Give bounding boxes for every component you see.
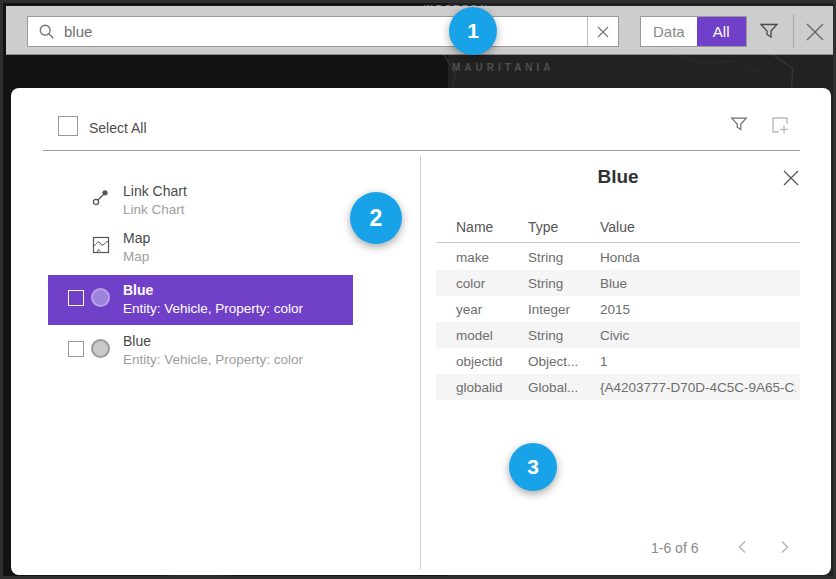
table-row: yearInteger2015	[436, 296, 800, 322]
table-cell: globalid	[456, 380, 528, 395]
table-cell: String	[528, 276, 600, 291]
link-chart-icon	[91, 187, 111, 207]
app-window: WESTERN MAURITANIA Data All	[0, 0, 836, 579]
toggle-option-all[interactable]: All	[697, 17, 746, 46]
toggle-option-data[interactable]: Data	[641, 17, 697, 46]
search-clear-button[interactable]	[587, 17, 618, 46]
table-header-divider	[436, 242, 800, 243]
callout-3: 3	[509, 443, 557, 491]
table-row: objectidObject...1	[436, 348, 800, 374]
add-to-selection-icon[interactable]	[768, 113, 792, 137]
entity-circle-icon	[91, 288, 110, 307]
map-icon	[91, 235, 111, 255]
table-cell: Global...	[528, 380, 600, 395]
table-cell: year	[456, 302, 528, 317]
panel-header-divider	[43, 150, 800, 151]
map-label-mauritania: MAURITANIA	[452, 62, 555, 73]
list-item-blue[interactable]: Blue Entity: Vehicle, Property: color	[48, 328, 353, 374]
entity-circle-icon	[91, 339, 110, 358]
list-item-blue-selected[interactable]: Blue Entity: Vehicle, Property: color	[48, 275, 353, 325]
search-toolbar: Data All	[6, 6, 836, 55]
table-row: globalidGlobal...{A4203777-D70D-4C5C-9A6…	[436, 374, 800, 400]
list-item-title: Link Chart	[123, 183, 187, 200]
table-cell: color	[456, 276, 528, 291]
results-filter-icon[interactable]	[729, 114, 749, 134]
search-input[interactable]	[56, 17, 587, 46]
close-search-icon[interactable]	[803, 20, 827, 44]
table-cell: model	[456, 328, 528, 343]
column-header-type: Type	[528, 219, 558, 235]
select-all-label: Select All	[89, 120, 147, 136]
search-icon	[38, 23, 56, 41]
list-item-title: Blue	[123, 333, 151, 350]
column-header-name: Name	[456, 219, 493, 235]
table-cell: Object...	[528, 354, 600, 369]
list-item-link-chart[interactable]: Link Chart Link Chart	[48, 180, 353, 224]
table-row: colorStringBlue	[436, 270, 800, 296]
clear-x-icon	[597, 26, 609, 38]
table-cell: 2015	[600, 302, 796, 317]
pagination-prev-icon[interactable]	[734, 538, 752, 556]
list-item-subtitle: Map	[123, 248, 149, 265]
list-item-title: Map	[123, 230, 150, 247]
column-header-value: Value	[600, 219, 635, 235]
table-row: makeStringHonda	[436, 244, 800, 270]
toolbar-divider	[793, 14, 794, 48]
select-all-checkbox[interactable]	[58, 116, 78, 136]
table-cell: make	[456, 250, 528, 265]
search-box	[27, 16, 619, 47]
pagination-next-icon[interactable]	[775, 538, 793, 556]
pagination-label: 1-6 of 6	[651, 540, 698, 556]
table-row: modelStringCivic	[436, 322, 800, 348]
table-cell: objectid	[456, 354, 528, 369]
table-cell: String	[528, 250, 600, 265]
panel-vertical-divider	[420, 156, 421, 569]
table-cell: 1	[600, 354, 796, 369]
detail-title: Blue	[436, 166, 800, 188]
list-item-subtitle: Link Chart	[123, 201, 185, 218]
callout-1: 1	[449, 7, 497, 55]
item-checkbox[interactable]	[68, 290, 84, 306]
detail-table-rows: makeStringHondacolorStringBlueyearIntege…	[436, 244, 800, 400]
detail-close-icon[interactable]	[781, 168, 801, 188]
table-cell: Civic	[600, 328, 796, 343]
item-checkbox[interactable]	[68, 341, 84, 357]
list-item-subtitle: Entity: Vehicle, Property: color	[123, 351, 303, 368]
table-cell: String	[528, 328, 600, 343]
table-cell: {A4203777-D70D-4C5C-9A65-C...	[600, 380, 796, 395]
filter-icon[interactable]	[758, 20, 780, 42]
table-cell: Blue	[600, 276, 796, 291]
search-results-panel: Select All Link Chart Link Chart	[11, 88, 831, 575]
list-item-subtitle: Entity: Vehicle, Property: color	[123, 300, 303, 317]
callout-2: 2	[350, 192, 402, 244]
table-cell: Honda	[600, 250, 796, 265]
table-cell: Integer	[528, 302, 600, 317]
scope-toggle: Data All	[640, 16, 747, 47]
list-item-title: Blue	[123, 282, 153, 299]
list-item-map[interactable]: Map Map	[48, 226, 353, 270]
